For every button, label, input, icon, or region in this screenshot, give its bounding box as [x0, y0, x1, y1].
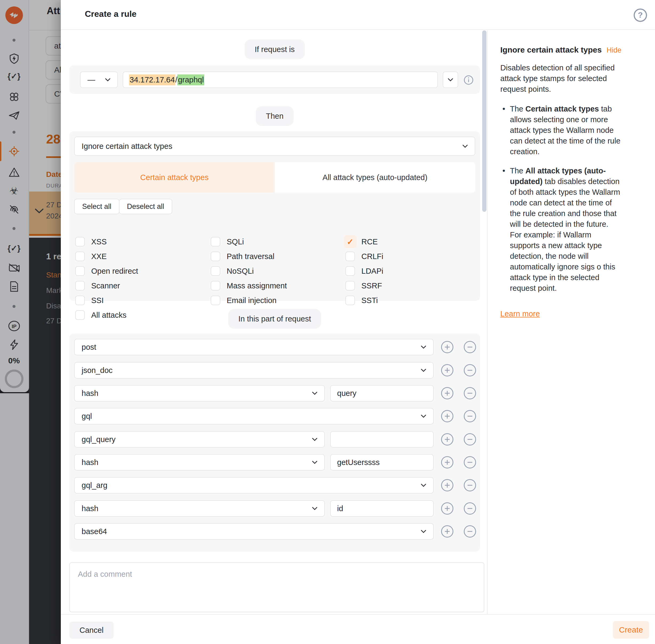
learn-more-link[interactable]: Learn more	[500, 309, 540, 318]
help-icon[interactable]: ?	[633, 8, 648, 22]
request-part-select[interactable]: gql_query	[74, 431, 325, 447]
svg-text:?: ?	[638, 10, 643, 19]
add-part-button[interactable]	[441, 525, 453, 537]
remove-part-button[interactable]	[464, 433, 476, 445]
checkbox-icon[interactable]	[75, 237, 85, 247]
attack-checkbox-all-attacks[interactable]: All attacks	[75, 310, 126, 320]
checkbox-icon[interactable]	[75, 296, 85, 305]
attack-checkbox-rce[interactable]: RCE	[345, 237, 378, 247]
add-part-button[interactable]	[441, 502, 453, 514]
request-part-value-input[interactable]	[330, 500, 434, 517]
modal-title: Create a rule	[85, 9, 137, 19]
checkbox-icon[interactable]	[345, 266, 355, 276]
request-part-select[interactable]: hash	[74, 454, 325, 470]
add-part-button[interactable]	[441, 341, 453, 353]
attack-checkbox-ssrf[interactable]: SSRF	[345, 281, 382, 291]
remove-part-button[interactable]	[464, 456, 476, 468]
cancel-button[interactable]: Cancel	[69, 622, 114, 639]
attack-types-tabs: Certain attack types All attack types (a…	[74, 162, 475, 192]
uri-separator: /	[175, 75, 177, 84]
create-button[interactable]: Create	[613, 621, 649, 639]
attack-checkbox-ssi[interactable]: SSI	[75, 296, 104, 305]
attack-checkbox-mass-assignment[interactable]: Mass assignment	[211, 281, 287, 291]
attack-checkbox-open-redirect[interactable]: Open redirect	[75, 266, 138, 276]
chevron-down-icon	[463, 144, 468, 148]
uri-expand-button[interactable]	[443, 71, 458, 88]
add-part-button[interactable]	[441, 433, 453, 445]
attack-checkbox-email-injection[interactable]: Email injection	[211, 296, 277, 305]
help-panel-title: Ignore certain attack types	[500, 45, 602, 54]
chevron-down-icon	[312, 461, 318, 464]
deselect-all-button[interactable]: Deselect all	[119, 199, 172, 214]
remove-part-button[interactable]	[464, 364, 476, 376]
checkbox-icon[interactable]	[75, 281, 85, 291]
request-part-select[interactable]: base64	[74, 523, 434, 540]
attack-checkbox-crlfi[interactable]: CRLFi	[345, 252, 383, 261]
add-part-button[interactable]	[441, 456, 453, 468]
request-part-select[interactable]: post	[74, 339, 434, 355]
chevron-down-icon	[312, 507, 318, 510]
modal-header: Create a rule ?	[61, 0, 655, 30]
request-part-value-input[interactable]	[330, 454, 434, 470]
remove-part-button[interactable]	[464, 502, 476, 514]
tab-certain-attack-types[interactable]: Certain attack types	[74, 162, 275, 192]
remove-part-button[interactable]	[464, 341, 476, 353]
attack-checkbox-path-traversal[interactable]: Path traversal	[211, 252, 275, 261]
checkbox-icon[interactable]	[211, 252, 220, 261]
create-rule-modal: Create a rule ? If request is — 34.172.1…	[61, 0, 655, 644]
remove-part-button[interactable]	[464, 525, 476, 537]
checkbox-icon[interactable]	[75, 266, 85, 276]
chevron-down-icon	[421, 530, 426, 533]
attack-checkbox-nosqli[interactable]: NoSQLi	[211, 266, 254, 276]
add-part-button[interactable]	[441, 410, 453, 422]
attack-checkbox-xxe[interactable]: XXE	[75, 252, 107, 261]
request-part-select[interactable]: json_doc	[74, 362, 434, 378]
select-all-button[interactable]: Select all	[74, 199, 119, 214]
then-pill: Then	[256, 106, 294, 126]
request-part-value-input[interactable]	[330, 385, 434, 401]
modal-scrollbar[interactable]	[482, 30, 487, 212]
if-request-is-pill: If request is	[244, 40, 305, 59]
attack-checkbox-ssti[interactable]: SSTi	[345, 296, 378, 305]
checkbox-icon[interactable]	[75, 310, 85, 320]
info-icon[interactable]	[464, 75, 474, 85]
checkbox-icon[interactable]	[211, 266, 220, 276]
uri-value-input[interactable]: 34.172.17.64 / graphql	[123, 71, 438, 88]
chevron-down-icon	[421, 484, 426, 487]
checkbox-icon[interactable]	[345, 281, 355, 291]
remove-part-button[interactable]	[464, 387, 476, 399]
help-intro: Disables detection of all specified atta…	[500, 63, 622, 94]
attack-checkbox-sqli[interactable]: SQLi	[211, 237, 244, 247]
checkbox-checked-icon[interactable]	[344, 235, 356, 248]
checkbox-icon[interactable]	[345, 296, 355, 305]
attack-checkbox-ldapi[interactable]: LDAPi	[345, 266, 383, 276]
checkbox-icon[interactable]	[75, 252, 85, 261]
chevron-down-icon	[421, 345, 426, 349]
attack-checkbox-xss[interactable]: XSS	[75, 237, 107, 247]
add-part-button[interactable]	[441, 387, 453, 399]
request-part-select[interactable]: hash	[74, 385, 325, 401]
chevron-down-icon	[421, 369, 426, 372]
hide-help-link[interactable]: Hide	[606, 46, 622, 54]
uri-condition-card: — 34.172.17.64 / graphql	[69, 65, 480, 94]
request-part-select[interactable]: gql_arg	[74, 477, 434, 493]
request-part-select[interactable]: gql	[74, 408, 434, 424]
comment-textarea[interactable]	[69, 562, 484, 612]
checkbox-icon[interactable]	[211, 237, 220, 247]
request-part-select[interactable]: hash	[74, 500, 325, 517]
checkbox-icon[interactable]	[211, 296, 220, 305]
rule-action-select[interactable]: Ignore certain attack types	[74, 137, 475, 156]
add-part-button[interactable]	[441, 479, 453, 491]
tab-all-attack-types[interactable]: All attack types (auto-updated)	[275, 162, 475, 192]
action-card: Ignore certain attack types Certain atta…	[69, 131, 480, 301]
checkbox-icon[interactable]	[211, 281, 220, 291]
remove-part-button[interactable]	[464, 410, 476, 422]
uri-operator-select[interactable]: —	[80, 71, 118, 88]
checkbox-icon[interactable]	[345, 252, 355, 261]
remove-part-button[interactable]	[464, 479, 476, 491]
add-part-button[interactable]	[441, 364, 453, 376]
request-part-value-input[interactable]	[330, 431, 434, 447]
chevron-down-icon	[312, 392, 318, 395]
attack-checkbox-scanner[interactable]: Scanner	[75, 281, 120, 291]
help-panel: Ignore certain attack types Hide Disable…	[487, 30, 655, 614]
